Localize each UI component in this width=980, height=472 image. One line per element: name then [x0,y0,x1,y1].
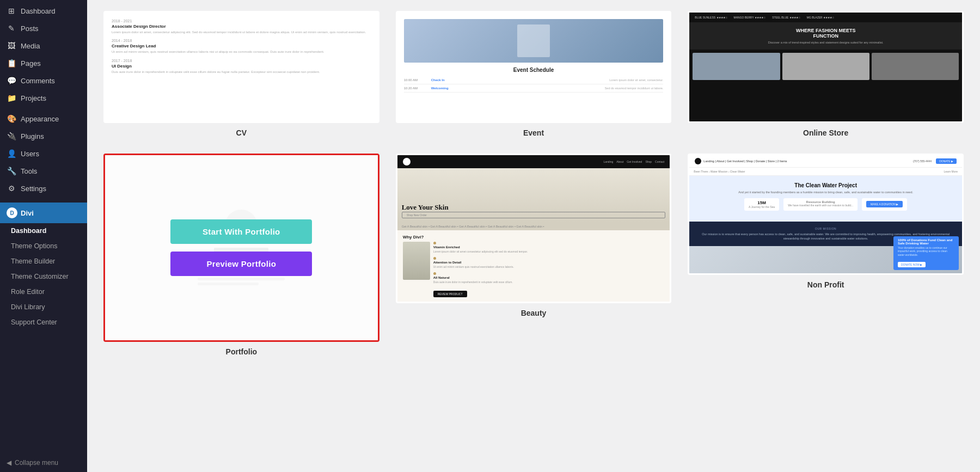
np-header: Landing | About | Get Involved | Shop | … [689,155,962,168]
beauty-nav-link-3: Get Involved [627,160,642,163]
sidebar-sub-menu: Dashboard Theme Options Theme Builder Th… [0,223,87,330]
cv-body-1: Lorem ipsum dolor sit amet, consectetur … [112,30,371,34]
np-overlay-text: Your donation enables us to continue our… [898,246,954,257]
event-name-1: Check In [431,78,445,82]
nonprofit-preview-content: Landing | About | Get Involved | Shop | … [689,155,962,273]
event-row-2: 10:20 AM Welcoming Sed do eiusmod tempor… [404,84,664,93]
template-preview-cv[interactable]: 2018 - 2021 Associate Design Director Lo… [103,11,379,123]
beauty-review-btn[interactable]: REVIEW PRODUCT [433,291,467,297]
np-logo-circle [695,158,701,164]
template-card-beauty: Landing About Get Involved Shop Contact … [396,154,672,356]
np-photo-overlay: 100% of Donations Fund Clean and Safe Dr… [893,236,959,271]
np-stat-label-2: We have travelled the earth with our mis… [788,204,853,207]
sidebar-item-dashboard[interactable]: ⊞ Dashboard [0,2,87,20]
sidebar-item-appearance[interactable]: 🎨 Appearance [0,110,87,127]
beauty-feature-text-3: Duis aute irure dolor in reprehenderit i… [433,280,665,284]
sub-item-label: Dashboard [11,227,46,235]
dashboard-icon: ⊞ [7,7,16,15]
store-stat-1: BLUE SUNLESS ★★★★☆ [695,16,727,19]
np-stat-num-1: 15M [749,200,775,205]
np-overlay-title: 100% of Donations Fund Clean and Safe Dr… [898,238,954,245]
cv-date-2: 2014 - 2018 [112,39,371,42]
beauty-product-image [403,242,430,280]
store-hero-section: WHERE FASHION MEETSFUNCTION Discover a m… [689,22,962,50]
sidebar-item-theme-options[interactable]: Theme Options [0,238,87,254]
template-preview-portfolio[interactable]: Start With Portfolio Preview Portfolio [103,154,379,342]
collapse-menu-button[interactable]: ◀ Collapse menu [0,453,87,472]
beauty-logo [403,158,411,165]
event-label: Event [523,128,544,137]
np-hero-title: The Clean Water Project [695,182,957,188]
beauty-nav-link-1: Landing [603,160,613,163]
sub-item-label: Divi Library [11,303,45,311]
template-preview-non-profit[interactable]: Landing | About | Get Involved | Shop | … [688,154,964,275]
np-logo-area: Landing | About | Get Involved | Shop | … [695,158,787,164]
beauty-nav-link-4: Shop [645,160,652,163]
sidebar-item-divi-library[interactable]: Divi Library [0,299,87,315]
sidebar-item-plugins[interactable]: 🔌 Plugins [0,127,87,145]
beauty-nav-link-2: About [616,160,623,163]
cv-title-1: Associate Design Director [112,24,371,29]
beauty-ticker: Get A Beautiful skin • Get A Beautiful s… [397,223,670,230]
sidebar-item-label: Appearance [21,115,59,123]
beauty-feature-natural: All Natural Duis aute irure dolor in rep… [433,272,665,284]
plugins-icon: 🔌 [7,132,16,140]
event-hero-image [404,19,664,63]
event-desc-2: Sed do eiusmod tempor incididunt ut labo… [449,87,664,90]
event-row-1: 10:00 AM Check In Lorem ipsum dolor sit … [404,76,664,84]
start-with-portfolio-button[interactable]: Start With Portfolio [170,219,312,244]
store-image-2 [782,53,869,80]
templates-grid: 2018 - 2021 Associate Design Director Lo… [103,11,964,356]
beauty-preview-content: Landing About Get Involved Shop Contact … [397,155,670,302]
np-donate-button[interactable]: DONATE ▶ [936,158,957,164]
sidebar-item-pages[interactable]: 📋 Pages [0,54,87,72]
sidebar-item-posts[interactable]: ✎ Posts [0,20,87,37]
np-make-donation-btn[interactable]: MAKE A DONATION ▶ [866,201,903,207]
sidebar-divi-header[interactable]: D Divi [0,203,87,223]
sidebar-item-comments[interactable]: 💬 Comments [0,72,87,89]
sidebar-item-label: Posts [21,24,39,33]
non-profit-label: Non Profit [807,280,844,289]
sidebar-item-settings[interactable]: ⚙ Settings [0,180,87,197]
beauty-dot-2 [433,257,436,260]
store-stat-2: MANGO BERRY ★★★★☆ [734,16,766,19]
sidebar-item-tools[interactable]: 🔧 Tools [0,162,87,180]
beauty-feature-text-2: Ut enim ad minim veniam quis nostrud exe… [433,265,665,269]
preview-portfolio-button[interactable]: Preview Portfolio [170,252,312,276]
sidebar-top-menu: ⊞ Dashboard ✎ Posts 🖼 Media 📋 Pages 💬 Co… [0,0,87,197]
store-image-3 [872,53,959,80]
beauty-feature-title-3: All Natural [433,276,665,279]
sidebar-item-label: Pages [21,59,41,68]
sidebar-item-role-editor[interactable]: Role Editor [0,284,87,299]
cv-body-2: Ut enim ad minim veniam, quis nostrud ex… [112,50,371,54]
sidebar-item-users[interactable]: 👤 Users [0,145,87,162]
sidebar-item-support-center[interactable]: Support Center [0,315,87,330]
beauty-dot-1 [433,242,436,244]
template-preview-beauty[interactable]: Landing About Get Involved Shop Contact … [396,154,672,303]
beauty-feature-detail: Attention to Detail Ut enim ad minim ven… [433,257,665,269]
beauty-nav: Landing About Get Involved Shop Contact [397,155,670,168]
beauty-feature-title-2: Attention to Detail [433,261,665,264]
template-card-online-store: BLUE SUNLESS ★★★★☆ MANGO BERRY ★★★★☆ STE… [688,11,964,137]
template-preview-event[interactable]: Event Schedule 10:00 AM Check In Lorem i… [396,11,672,123]
np-learn-more: Learn More [944,170,958,173]
template-card-event: Event Schedule 10:00 AM Check In Lorem i… [396,11,672,137]
np-donate-now-btn[interactable]: DONATE NOW ▶ [898,262,926,267]
sidebar-item-divi-dashboard[interactable]: Dashboard [0,223,87,238]
template-card-cv: 2018 - 2021 Associate Design Director Lo… [103,11,379,137]
sidebar-item-projects[interactable]: 📁 Projects [0,89,87,107]
cv-title-2: Creative Design Lead [112,44,371,48]
beauty-products: Vitamin Enriched Lorem ipsum dolor sit a… [403,242,665,297]
sidebar-item-theme-customizer[interactable]: Theme Customizer [0,269,87,284]
beauty-hero-image: Love Your Skin Shop New Order [397,168,670,223]
np-stats: 15M A Journey for the Sea Resource Build… [695,198,957,211]
cv-body-3: Duis aute irure dolor in reprehenderit i… [112,70,371,74]
users-icon: 👤 [7,149,16,158]
sidebar-item-media[interactable]: 🖼 Media [0,37,87,54]
sidebar-item-theme-builder[interactable]: Theme Builder [0,254,87,269]
beauty-cta-btn[interactable]: Shop New Order [402,212,666,218]
store-header-bar: BLUE SUNLESS ★★★★☆ MANGO BERRY ★★★★☆ STE… [689,13,962,22]
beauty-label: Beauty [521,309,547,317]
template-preview-online-store[interactable]: BLUE SUNLESS ★★★★☆ MANGO BERRY ★★★★☆ STE… [688,11,964,123]
sub-item-label: Theme Builder [11,258,55,265]
